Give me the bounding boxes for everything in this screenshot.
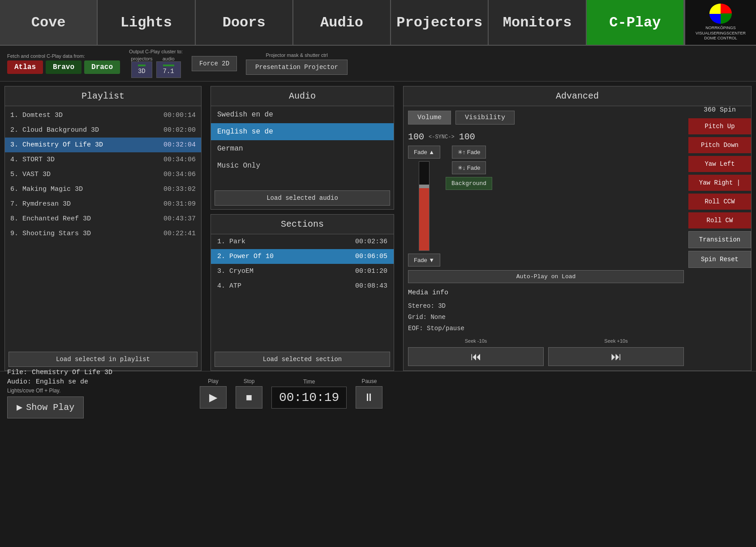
bravo-button[interactable]: Bravo [46,60,82,74]
tab-cplay[interactable]: C-Play [587,0,684,45]
section-item[interactable]: 3. CryoEM00:01:20 [211,264,394,279]
audio-sublabel: audio [163,56,175,61]
section-item[interactable]: 4. ATP00:08:43 [211,279,394,293]
yaw-left-button[interactable]: Yaw Left [688,156,751,172]
load-section-button[interactable]: Load selected section [215,352,390,367]
7-1-button[interactable]: 7.1 [156,61,181,78]
roll-cw-button[interactable]: Roll CW [688,212,751,228]
seek-forward-button[interactable]: ⏭ [548,347,684,366]
audio-item[interactable]: Swedish en de [211,106,394,123]
playlist-item[interactable]: 7. Rymdresan 3D00:31:09 [5,197,201,211]
presentation-projector-button[interactable]: Presentation Projector [246,60,348,75]
playlist-item[interactable]: 8. Enchanted Reef 3D00:43:37 [5,211,201,226]
tab-doors[interactable]: Doors [196,0,293,45]
pitch-up-button[interactable]: Pitch Up [688,118,751,134]
tab-cove[interactable]: Cove [0,0,98,45]
visibility-tab[interactable]: Visibility [455,111,515,125]
spin-title: 360 Spin [688,106,751,114]
71-indicator [163,65,174,66]
spin-reset-button[interactable]: Spin Reset [688,251,751,268]
yaw-right-button[interactable]: Yaw Right | [688,175,751,191]
grid-info: Grid: None [408,312,684,323]
draco-button[interactable]: Draco [84,60,120,74]
force-2d-button[interactable]: Force 2D [192,56,237,71]
visibility-value: 100 [459,132,475,142]
stereo-info: Stereo: 3D [408,301,684,312]
tab-lights[interactable]: Lights [98,0,195,45]
section-item[interactable]: 2. Power Of 1000:06:05 [211,249,394,264]
tab-audio[interactable]: Audio [293,0,391,45]
fade-down-button[interactable]: Fade ▼ [408,254,440,267]
3d-indicator [138,65,146,66]
logo-text: NORRKÖPINGS VISUALISERINGSCENTER DOME CO… [696,26,746,41]
pres-proj-section: Projector mask & shutter ctrl Presentati… [246,52,348,75]
tab-projectors[interactable]: Projectors [391,0,489,45]
play-triangle-icon: ▶ [17,401,22,413]
stop-label: Stop [244,378,255,384]
playlist-panel: Playlist 1. Domtest 3D00:00:142. Cloud B… [4,86,202,371]
volume-visibility-row: 100 <-SYNC-> 100 [408,132,684,142]
pitch-down-button[interactable]: Pitch Down [688,137,751,153]
show-play-section: Lights/cove Off + Play. ▶ Show Play [7,388,177,418]
fade-up-button[interactable]: Fade ▲ [408,146,440,159]
play-label: Play [208,378,218,384]
eof-info: EOF: Stop/pause [408,323,684,334]
background-button[interactable]: Background [446,177,492,190]
playlist-item[interactable]: 9. Shooting Stars 3D00:22:41 [5,226,201,241]
vis-fade-down-button[interactable]: ✳↓ Fade [452,161,486,174]
media-info-title: Media info [408,287,684,299]
pause-group: Pause ⏸ [356,378,382,409]
tab-monitors[interactable]: Monitors [489,0,586,45]
show-play-hint: Lights/cove Off + Play. [7,388,60,394]
autoplay-button[interactable]: Auto-Play on Load [408,270,684,283]
section-item[interactable]: 1. Park00:02:36 [211,234,394,249]
seek-buttons-row: ⏮ ⏭ [408,347,684,366]
audio-info-row: Audio: English se de [7,378,177,386]
playlist-list: 1. Domtest 3D00:00:142. Cloud Background… [5,106,201,348]
show-play-button[interactable]: ▶ Show Play [7,396,84,418]
load-playlist-button[interactable]: Load selected in playlist [9,352,198,367]
3d-button[interactable]: 3D [131,61,152,78]
advanced-panel: Advanced Volume Visibility 100 <-SYNC-> … [403,86,752,371]
volume-tab[interactable]: Volume [408,111,451,125]
audio-item[interactable]: Music Only [211,157,394,174]
stop-button[interactable]: ■ [236,386,262,409]
transport-controls: Play ▶ Stop ■ Time 00:10:19 Pause ⏸ [200,378,382,409]
spin-buttons: 360 Spin Pitch Up Pitch Down Yaw Left Ya… [688,106,751,370]
play-group: Play ▶ [200,378,227,409]
projectors-sublabel: projectors [131,56,152,61]
atlas-button[interactable]: Atlas [7,60,43,74]
cluster-buttons: Atlas Bravo Draco [7,60,120,74]
audio-title: Audio [211,86,394,106]
logo-icon [709,4,732,24]
pause-button[interactable]: ⏸ [356,386,382,409]
stop-group: Stop ■ [236,378,262,409]
playlist-item[interactable]: 3. Chemistry Of Life 3D00:32:04 [5,138,201,152]
advanced-left: Volume Visibility 100 <-SYNC-> 100 Fade … [404,106,688,370]
transition-button[interactable]: Transistion [688,231,751,248]
visibility-control: ✳↑ Fade ✳↓ Fade Background [446,146,492,267]
playlist-item[interactable]: 5. VAST 3D00:34:06 [5,167,201,182]
roll-ccw-button[interactable]: Roll CCW [688,194,751,210]
playlist-item[interactable]: 1. Domtest 3D00:00:14 [5,108,201,123]
audio-label: Audio: [7,378,31,386]
time-label: Time [303,379,315,385]
pres-proj-label: Projector mask & shutter ctrl [266,52,327,58]
seek-back-button[interactable]: ⏮ [408,347,544,366]
content-panels: Playlist 1. Domtest 3D00:00:142. Cloud B… [0,82,756,371]
vis-fade-up-button[interactable]: ✳↑ Fade [452,146,486,159]
volume-thumb[interactable] [419,185,429,188]
sections-title: Sections [211,215,394,234]
sections-list: 1. Park00:02:362. Power Of 1000:06:053. … [211,234,394,348]
advanced-title: Advanced [404,86,751,106]
logo: NORRKÖPINGS VISUALISERINGSCENTER DOME CO… [684,0,756,45]
playlist-item[interactable]: 2. Cloud Background 3D00:02:00 [5,123,201,138]
audio-item[interactable]: German [211,140,394,157]
playlist-item[interactable]: 6. Making Magic 3D00:33:02 [5,182,201,197]
playlist-item[interactable]: 4. STORT 3D00:34:06 [5,152,201,167]
play-button[interactable]: ▶ [200,386,227,409]
volume-slider[interactable] [419,161,430,251]
load-audio-button[interactable]: Load selected audio [215,190,390,206]
audio-item[interactable]: English se de [211,123,394,140]
cluster-section: Fetch and control C-Play data from: Atla… [7,53,120,74]
